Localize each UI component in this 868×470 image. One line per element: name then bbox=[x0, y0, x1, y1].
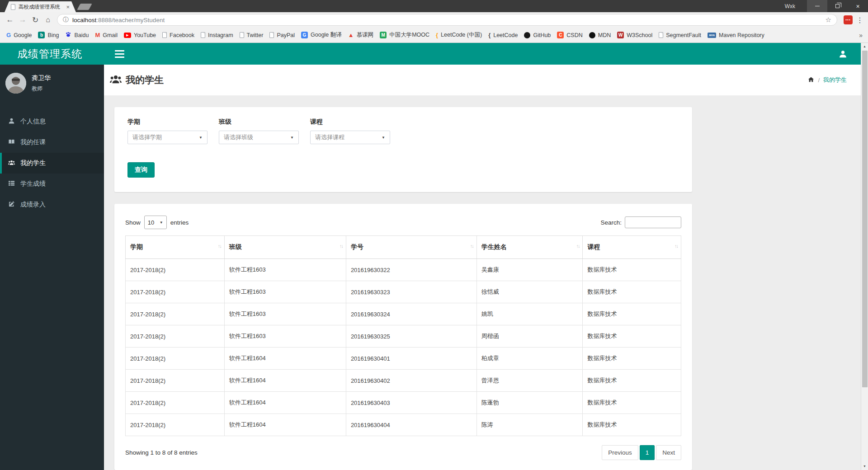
bookmark-item[interactable]: PayPal bbox=[269, 31, 296, 39]
scrollbar[interactable]: ▲ ▼ bbox=[861, 43, 868, 470]
previous-page-button[interactable]: Previous bbox=[602, 445, 638, 460]
imooc-icon: ▲ bbox=[348, 32, 354, 38]
table-cell: 2017-2018(2) bbox=[126, 348, 225, 370]
bookmark-star-icon[interactable]: ☆ bbox=[826, 16, 831, 24]
column-header[interactable]: 课程↑↓ bbox=[583, 236, 681, 259]
scroll-up-icon[interactable]: ▲ bbox=[861, 43, 868, 50]
column-header[interactable]: 学号↑↓ bbox=[346, 236, 476, 259]
bookmark-item[interactable]: CCSDN bbox=[556, 31, 583, 39]
filter-group-course: 课程请选择课程▼ bbox=[310, 118, 390, 144]
restore-button[interactable] bbox=[827, 0, 848, 12]
bookmark-label: GitHub bbox=[533, 32, 551, 38]
bookmark-item[interactable]: {LeetCode bbox=[487, 31, 519, 39]
bookmark-label: Instagram bbox=[208, 32, 233, 38]
instagram-page-icon bbox=[201, 32, 205, 38]
bookmark-item[interactable]: Baidu bbox=[64, 30, 90, 40]
table-cell: 201619630403 bbox=[346, 392, 476, 414]
home-button-icon[interactable]: ⌂ bbox=[42, 16, 54, 24]
column-header[interactable]: 学期↑↓ bbox=[126, 236, 225, 259]
page-1-button[interactable]: 1 bbox=[640, 445, 655, 460]
leetcode-icon: { bbox=[488, 32, 491, 38]
table-card: Show 10 ▼ entries Search: bbox=[114, 204, 692, 470]
page-title: 我的学生 bbox=[110, 74, 164, 86]
browser-toolbar: ← → ↻ ⌂ ⓘ localhost :8888/teacher/myStud… bbox=[0, 12, 868, 28]
column-header[interactable]: 学生姓名↑↓ bbox=[476, 236, 583, 259]
bookmark-item[interactable]: bBing bbox=[37, 31, 60, 39]
caret-down-icon: ▼ bbox=[382, 136, 385, 140]
close-button[interactable]: × bbox=[848, 0, 868, 12]
next-page-button[interactable]: Next bbox=[656, 445, 681, 460]
bookmark-item[interactable]: Facebook bbox=[161, 31, 195, 39]
sidebar-item[interactable]: 学生成绩 bbox=[0, 174, 104, 194]
browser-profile-name[interactable]: Wxk bbox=[785, 3, 795, 9]
new-tab-button[interactable] bbox=[77, 4, 92, 10]
table-row: 2017-2018(2)软件工程1603201619630322吴鑫康数据库技术 bbox=[126, 259, 681, 281]
github-icon bbox=[524, 32, 530, 38]
bookmark-item[interactable]: GitHub bbox=[523, 31, 552, 39]
select-placeholder: 请选择课程 bbox=[315, 133, 344, 141]
table-cell: 数据库技术 bbox=[583, 281, 681, 303]
sidebar-item[interactable]: 个人信息 bbox=[0, 111, 104, 132]
bookmark-item[interactable]: GGoogle bbox=[5, 31, 33, 39]
forward-icon[interactable]: → bbox=[16, 15, 29, 24]
table-cell: 陈涛 bbox=[476, 414, 583, 436]
browser-menu-icon[interactable]: ⋮ bbox=[855, 16, 864, 24]
sidebar-item[interactable]: 我的学生 bbox=[0, 153, 104, 174]
bookmark-item[interactable]: GGoogle 翻译 bbox=[300, 30, 343, 40]
gmail-icon: M bbox=[95, 32, 100, 38]
table-cell: 2017-2018(2) bbox=[126, 259, 225, 281]
table-cell: 数据库技术 bbox=[583, 414, 681, 436]
column-label: 课程 bbox=[587, 243, 600, 250]
bookmark-item[interactable]: MDN bbox=[588, 31, 612, 39]
back-icon[interactable]: ← bbox=[4, 15, 16, 24]
bookmark-label: YouTube bbox=[134, 32, 156, 38]
query-button[interactable]: 查询 bbox=[127, 162, 155, 178]
bookmark-item[interactable]: MVNMaven Repository bbox=[707, 31, 765, 39]
table-search: Search: bbox=[600, 216, 681, 228]
scroll-down-icon[interactable]: ▼ bbox=[861, 463, 868, 470]
bookmark-item[interactable]: M中国大学MOOC bbox=[379, 30, 430, 40]
sidebar-toggle-icon[interactable] bbox=[111, 43, 128, 65]
table-cell: 软件工程1604 bbox=[224, 370, 346, 392]
table-cell: 柏成章 bbox=[476, 348, 583, 370]
maven-icon: MVN bbox=[708, 33, 716, 38]
site-info-icon[interactable]: ⓘ bbox=[63, 16, 69, 24]
bookmark-item[interactable]: SegmentFault bbox=[658, 31, 702, 39]
header-user-icon[interactable] bbox=[839, 50, 847, 58]
breadcrumb-current[interactable]: 我的学生 bbox=[823, 76, 847, 84]
breadcrumb: / 我的学生 bbox=[808, 76, 847, 84]
bookmark-item[interactable]: ▶YouTube bbox=[123, 31, 157, 39]
window-controls: Wxk × bbox=[785, 0, 868, 12]
app-header: 成绩管理系统 bbox=[0, 43, 868, 65]
search-input[interactable] bbox=[625, 216, 681, 228]
bookmarks-overflow-icon[interactable]: » bbox=[859, 32, 863, 39]
column-label: 班级 bbox=[229, 243, 242, 250]
scrollbar-thumb[interactable] bbox=[862, 51, 868, 387]
bookmark-item[interactable]: Instagram bbox=[200, 31, 234, 39]
minimize-button[interactable] bbox=[807, 0, 827, 12]
bookmark-item[interactable]: WW3School bbox=[616, 31, 653, 39]
table-cell: 201619630324 bbox=[346, 303, 476, 325]
url-bar[interactable]: ⓘ localhost :8888/teacher/myStudent ☆ bbox=[57, 14, 837, 26]
extension-icon[interactable]: ••• bbox=[844, 15, 853, 24]
bookmark-item[interactable]: MGmail bbox=[94, 31, 118, 39]
sidebar-item[interactable]: 成绩录入 bbox=[0, 194, 104, 215]
breadcrumb-separator: / bbox=[818, 77, 820, 84]
tab-close-icon[interactable]: × bbox=[66, 4, 70, 10]
table-cell: 201619630323 bbox=[346, 281, 476, 303]
user-role: 教师 bbox=[32, 85, 51, 93]
column-header[interactable]: 班级↑↓ bbox=[224, 236, 346, 259]
browser-tab[interactable]: 高校成绩管理系统 × bbox=[5, 1, 76, 12]
reload-icon[interactable]: ↻ bbox=[29, 15, 42, 25]
bookmark-item[interactable]: ▲慕课网 bbox=[347, 30, 374, 40]
caret-down-icon: ▼ bbox=[290, 136, 294, 140]
home-icon[interactable] bbox=[808, 76, 814, 84]
course-select[interactable]: 请选择课程▼ bbox=[310, 131, 390, 144]
bookmark-item[interactable]: Twitter bbox=[239, 31, 264, 39]
bookmark-item[interactable]: {LeetCode (中国) bbox=[435, 30, 483, 40]
class-select[interactable]: 请选择班级▼ bbox=[219, 131, 299, 144]
paypal-page-icon bbox=[269, 32, 274, 38]
semester-select[interactable]: 请选择学期▼ bbox=[127, 131, 208, 144]
sidebar-item[interactable]: 我的任课 bbox=[0, 132, 104, 153]
page-length-select[interactable]: 10 ▼ bbox=[144, 216, 167, 229]
